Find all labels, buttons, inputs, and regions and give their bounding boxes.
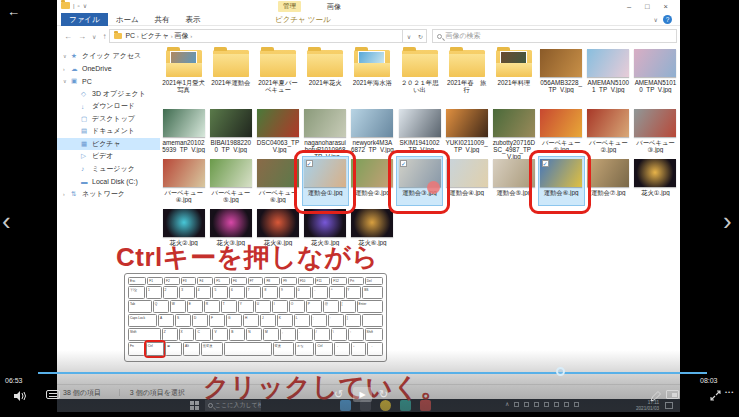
sidebar-item[interactable]: ▷ビデオ	[57, 150, 160, 163]
quick-access-toolbar[interactable]: | ▫ ∨	[61, 2, 87, 9]
keyboard-key: ,	[280, 328, 296, 341]
keyboard-key: F7	[248, 277, 264, 285]
file-item[interactable]: BIBAI19882200_TP_V.jpg	[207, 106, 254, 156]
breadcrumb-item[interactable]: PC	[125, 32, 135, 39]
action-center-icon[interactable]	[665, 402, 673, 409]
seekbar[interactable]	[38, 372, 707, 374]
speaker-icon[interactable]	[14, 387, 26, 405]
image-thumbnail	[587, 49, 629, 77]
sidebar-item[interactable]: ↓ダウンロード	[57, 100, 160, 113]
file-item[interactable]: バーベキュー⑤.jpg	[207, 156, 254, 206]
nav-back-icon[interactable]: ←	[64, 32, 72, 41]
nav-up-icon[interactable]: ↑	[102, 32, 106, 41]
sidebar-item[interactable]: ▤ドキュメント	[57, 125, 160, 138]
folder-item[interactable]: 2021年夏バーベキュー	[254, 46, 301, 106]
seekbar-playhead[interactable]	[556, 367, 565, 376]
fullscreen-icon[interactable]	[710, 387, 721, 405]
file-item[interactable]: newyork4M3A6872_TP_V.jpg	[349, 106, 396, 156]
sidebar-item[interactable]: ▢デスクトップ	[57, 113, 160, 126]
folder-item[interactable]: 2021年海水浴	[349, 46, 396, 106]
sidebar-item-label: OneDrive	[82, 65, 112, 72]
file-item[interactable]: バーベキュー③.jpg	[632, 106, 679, 156]
qat-dropdown-icon[interactable]: ∨	[83, 2, 87, 9]
tray-icon[interactable]	[554, 402, 559, 407]
file-item[interactable]: SKIM1941002_TP_V.jpg	[396, 106, 443, 156]
tray-icon[interactable]	[524, 402, 529, 407]
sidebar-item[interactable]: ▬Local Disk (C:)	[57, 175, 160, 188]
sidebar-item[interactable]: ▦ピクチャ	[57, 138, 160, 151]
tray-icon[interactable]	[564, 402, 569, 407]
file-item[interactable]: zubotty20716DSC_4987_TP_V.jpg	[490, 106, 537, 156]
file-item[interactable]: 運動会④.jpg	[443, 156, 490, 206]
edit-pencil-icon[interactable]	[650, 388, 661, 406]
sidebar-item[interactable]: ›☁OneDrive	[57, 63, 160, 76]
file-item[interactable]: naganoharasuibotuP1010968_TP_V.jpg	[302, 106, 349, 156]
folder-item[interactable]: 2021年花火	[302, 46, 349, 106]
next-button[interactable]: ›	[723, 208, 732, 234]
subtitles-icon[interactable]	[46, 390, 60, 399]
keyboard-key: Y	[238, 300, 254, 313]
tray-chevron-icon[interactable]: ∧	[505, 401, 509, 407]
sidebar-item[interactable]: ♪ミュージック	[57, 163, 160, 176]
help-button[interactable]: ?	[663, 15, 672, 24]
file-item[interactable]: AMEMAN51001_TP_V.jpg	[585, 46, 632, 106]
search-icon	[437, 34, 442, 39]
tab-file[interactable]: ファイル	[61, 13, 108, 27]
breadcrumb-item[interactable]: ピクチャ	[140, 32, 169, 39]
more-options-icon[interactable]: •••	[725, 389, 734, 395]
tab-home[interactable]: ホーム	[108, 13, 147, 27]
qat-icon[interactable]: ▫	[78, 3, 80, 9]
tab-picture-tools[interactable]: ピクチャ ツール	[267, 13, 339, 27]
sidebar-item[interactable]: ∨★クイック アクセス	[57, 50, 160, 63]
file-item[interactable]: YUKI0211009_TP_V.jpg	[443, 106, 490, 156]
nav-history-icon[interactable]: ∨	[92, 33, 96, 40]
tab-share[interactable]: 共有	[147, 13, 178, 27]
address-dropdown[interactable]: ∨ ↻	[403, 29, 427, 43]
tray-icon[interactable]	[574, 402, 579, 407]
keyboard-key: F4	[197, 277, 213, 285]
pip-icon[interactable]	[666, 390, 679, 399]
sidebar-item[interactable]: ∨▣PC	[57, 75, 160, 88]
file-item[interactable]: 花火①.jpg	[632, 156, 679, 206]
breadcrumb[interactable]: PC › ピクチャ › 画像 ›	[109, 29, 403, 43]
file-item[interactable]: ameman201025939_TP_V.jpg	[160, 106, 207, 156]
nav-forward-icon[interactable]: →	[78, 32, 86, 41]
close-button[interactable]: ×	[664, 2, 668, 11]
ribbon-collapse-icon[interactable]: ∨	[654, 16, 658, 23]
breadcrumb-item[interactable]: 画像	[174, 32, 188, 39]
file-item[interactable]: 運動会⑦.jpg	[585, 156, 632, 206]
start-button[interactable]	[190, 401, 199, 410]
image-thumbnail	[210, 209, 252, 237]
folder-item[interactable]: 2021年料理	[490, 46, 537, 106]
file-label: newyork4M3A6872_TP_V.jpg	[349, 139, 396, 153]
maximize-button[interactable]: □	[645, 2, 650, 11]
tray-icon[interactable]	[514, 402, 519, 407]
folder-item[interactable]: 2021年運動会	[207, 46, 254, 106]
file-item[interactable]: AMEMAN51010_TP_V.jpg	[632, 46, 679, 106]
tray-icon[interactable]	[544, 402, 549, 407]
minimize-button[interactable]: –	[627, 2, 631, 11]
refresh-icon[interactable]: ↻	[418, 33, 423, 40]
forward-button[interactable]: ↻	[379, 388, 388, 401]
image-thumbnail	[351, 109, 393, 137]
keyboard-row: TabQWERTYUIOP@[Enter	[128, 300, 383, 313]
tab-view[interactable]: 表示	[178, 13, 209, 27]
file-item[interactable]: 056AMB3228_TP_V.jpg	[538, 46, 585, 106]
folder-item[interactable]: ２０２１年思い出	[396, 46, 443, 106]
rewind-button[interactable]: ↺	[334, 388, 343, 401]
play-button[interactable]: ▶	[353, 387, 372, 402]
back-button[interactable]: ←	[7, 4, 20, 19]
folder-item[interactable]: 2021年春 旅行	[443, 46, 490, 106]
file-item[interactable]: バーベキュー②.jpg	[585, 106, 632, 156]
address-dropdown-icon[interactable]: ∨	[407, 33, 411, 40]
prev-button[interactable]: ‹	[2, 208, 11, 234]
tray-icon[interactable]	[534, 402, 539, 407]
search-input[interactable]: 画像の検索	[432, 29, 677, 43]
folder-item[interactable]: 2021年1月愛犬写真	[160, 46, 207, 106]
sidebar-item[interactable]: ›⇅ネットワーク	[57, 188, 160, 201]
file-item[interactable]: DSC04063_TP_V.jpg	[254, 106, 301, 156]
sidebar-item[interactable]: ◇3D オブジェクト	[57, 88, 160, 101]
breadcrumb-folder-icon	[114, 33, 122, 39]
file-item[interactable]: バーベキュー④.jpg	[160, 156, 207, 206]
file-item[interactable]: バーベキュー①.jpg	[538, 106, 585, 156]
